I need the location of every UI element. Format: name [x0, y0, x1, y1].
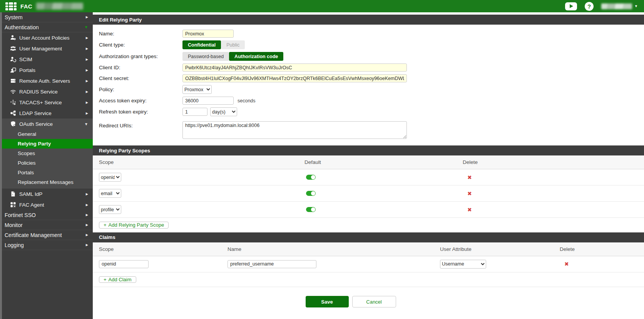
- redacted-username: [601, 3, 632, 9]
- scopes-table-header: Scope Default Delete: [93, 155, 644, 169]
- default-toggle[interactable]: [306, 191, 316, 196]
- help-icon[interactable]: ?: [585, 2, 594, 11]
- sidebar-item-label: SAML IdP: [19, 191, 42, 197]
- sidebar-item-scim[interactable]: SCIM ▶: [2, 54, 93, 65]
- sidebar-item-relying-party[interactable]: Relying Party: [2, 139, 93, 149]
- grant-authorization-code-button[interactable]: Authorization code: [229, 52, 283, 61]
- client-type-public-button[interactable]: Public: [221, 40, 245, 49]
- sidebar-item-system[interactable]: System ▶: [2, 12, 93, 22]
- scope-row: email ✖: [93, 185, 644, 202]
- client-id-input[interactable]: [182, 63, 407, 72]
- sidebar-item-oauth-policies[interactable]: Policies: [2, 158, 93, 168]
- user-gear-icon: [10, 35, 16, 41]
- client-secret-input[interactable]: [182, 74, 407, 82]
- user-menu[interactable]: ▼: [601, 3, 638, 9]
- sidebar-item-fortinet-sso[interactable]: Fortinet SSO ▶: [2, 210, 93, 220]
- save-button[interactable]: Save: [306, 296, 349, 307]
- sidebar-item-oauth-portals[interactable]: Portals: [2, 168, 93, 177]
- delete-scope-button[interactable]: ✖: [467, 174, 472, 180]
- plus-icon: +: [104, 277, 107, 282]
- claims-section-title: Claims: [93, 232, 644, 242]
- sidebar-item-label: Monitor: [5, 222, 23, 228]
- add-relying-party-scope-button[interactable]: + Add Relying Party Scope: [99, 222, 169, 229]
- fortinet-grid-icon: [5, 2, 17, 10]
- sidebar-item-portals[interactable]: Portals ▶: [2, 65, 93, 75]
- brand-label: FAC: [20, 3, 32, 10]
- scope-select[interactable]: profile: [99, 205, 121, 214]
- sidebar-item-authentication[interactable]: Authentication ▼: [2, 22, 93, 32]
- policy-select[interactable]: Proxmox: [182, 85, 212, 94]
- sidebar-item-saml-idp[interactable]: SAML IdP ▶: [2, 189, 93, 199]
- redirect-uris-textarea[interactable]: https://pve01.mydomain.local:8006: [182, 121, 407, 139]
- grant-password-based-button[interactable]: Password-based: [182, 52, 229, 61]
- delete-scope-button[interactable]: ✖: [467, 207, 472, 213]
- main-panel: Edit Relying Party Name: Client type: Co…: [93, 12, 644, 319]
- add-claim-button[interactable]: + Add Claim: [99, 276, 136, 283]
- sidebar: System ▶ Authentication ▼ User Account P…: [0, 12, 93, 319]
- sidebar-item-radius-service[interactable]: RADIUS Service ▶: [2, 86, 93, 97]
- sidebar-item-user-management[interactable]: User Management ▶: [2, 43, 93, 54]
- sidebar-item-monitor[interactable]: Monitor ▶: [2, 220, 93, 230]
- client-secret-label: Client secret:: [99, 75, 182, 81]
- users-icon: [10, 45, 16, 52]
- sidebar-item-ldap-service[interactable]: LDAP Service ▶: [2, 108, 93, 119]
- chevron-right-icon: ▶: [86, 47, 88, 50]
- claim-scope-input[interactable]: [99, 260, 149, 268]
- scopes-col-delete: Delete: [457, 155, 644, 169]
- cancel-button[interactable]: Cancel: [352, 296, 396, 307]
- oauth-service-group: OAuth Service ▼ General Relying Party Sc…: [2, 119, 93, 189]
- chevron-right-icon: ▶: [86, 112, 88, 115]
- sidebar-item-oauth-scopes[interactable]: Scopes: [2, 149, 93, 158]
- default-toggle[interactable]: [306, 175, 316, 180]
- claim-name-input[interactable]: [227, 260, 316, 268]
- sidebar-item-label: Logging: [5, 242, 24, 248]
- sidebar-item-label: Policies: [18, 160, 36, 166]
- sidebar-item-oauth-service[interactable]: OAuth Service ▼: [2, 119, 93, 129]
- sidebar-item-label: Authentication: [5, 24, 39, 30]
- scopes-section-title: Relying Party Scopes: [93, 145, 644, 155]
- sidebar-item-remote-auth-servers[interactable]: Remote Auth. Servers ▶: [2, 75, 93, 86]
- delete-claim-button[interactable]: ✖: [564, 261, 569, 267]
- sidebar-item-tacacs-service[interactable]: TACACS+ Service ▶: [2, 97, 93, 108]
- sidebar-item-label: LDAP Service: [19, 110, 52, 116]
- name-input[interactable]: [182, 30, 234, 38]
- seconds-label: seconds: [238, 98, 256, 104]
- chevron-right-icon: ▶: [86, 79, 88, 83]
- refresh-token-expiry-label: Refresh token expiry:: [99, 109, 182, 115]
- scope-select[interactable]: openid: [99, 173, 121, 182]
- access-token-expiry-input[interactable]: [182, 97, 234, 105]
- grant-types-toggle: Password-based Authorization code: [182, 52, 283, 61]
- refresh-token-unit-select[interactable]: day(s): [210, 107, 237, 116]
- relying-party-form: Name: Client type: Confidential Public A…: [93, 25, 644, 145]
- claims-col-delete: Delete: [554, 242, 644, 256]
- chevron-down-icon: ▼: [84, 25, 88, 29]
- refresh-token-expiry-input[interactable]: [182, 108, 207, 116]
- add-claim-label: Add Claim: [109, 277, 132, 282]
- sidebar-item-replacement-messages[interactable]: Replacement Messages: [2, 177, 93, 187]
- claims-col-scope: Scope: [93, 242, 221, 256]
- sidebar-item-oauth-general[interactable]: General: [2, 129, 93, 139]
- sidebar-item-label: General: [18, 131, 36, 137]
- access-token-expiry-label: Access token expiry:: [99, 98, 182, 104]
- sidebar-item-logging[interactable]: Logging ▶: [2, 240, 93, 250]
- youtube-icon[interactable]: [565, 2, 577, 10]
- client-type-toggle: Confidential Public: [182, 40, 245, 49]
- default-toggle[interactable]: [306, 207, 316, 212]
- client-type-confidential-button[interactable]: Confidential: [182, 40, 221, 49]
- chevron-right-icon: ▶: [86, 15, 88, 19]
- scope-select[interactable]: email: [99, 189, 121, 198]
- delete-scope-button[interactable]: ✖: [467, 190, 472, 197]
- claim-user-attribute-select[interactable]: Username: [440, 260, 486, 269]
- sidebar-item-label: Portals: [18, 170, 34, 175]
- chevron-right-icon: ▶: [86, 243, 88, 247]
- form-actions: Save Cancel: [93, 287, 644, 319]
- sidebar-item-user-account-policies[interactable]: User Account Policies ▶: [2, 32, 93, 43]
- document-icon: [10, 191, 16, 197]
- servers-icon: [10, 78, 16, 84]
- grant-types-label: Authorization grant types:: [99, 53, 182, 59]
- sidebar-item-label: Portals: [19, 67, 35, 73]
- sidebar-item-certificate-management[interactable]: Certificate Management ▶: [2, 230, 93, 240]
- claims-col-name: Name: [221, 242, 434, 256]
- sidebar-item-label: TACACS+ Service: [19, 100, 62, 105]
- sidebar-item-fac-agent[interactable]: FAC Agent ▶: [2, 199, 93, 210]
